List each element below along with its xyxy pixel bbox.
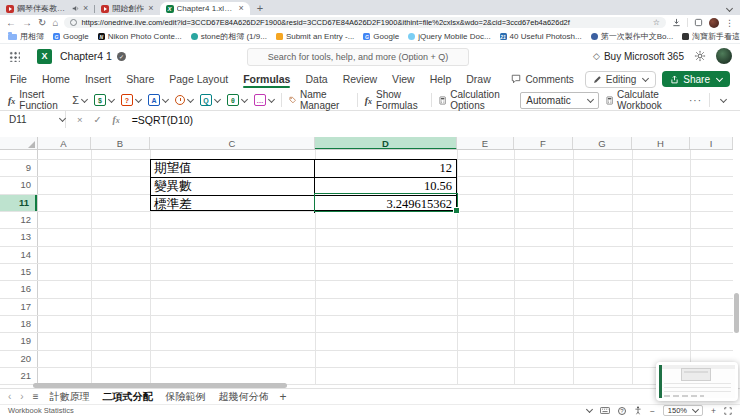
insert-function-fx-icon[interactable]: fx (113, 115, 120, 125)
site-info-icon[interactable] (70, 19, 77, 26)
new-tab-button[interactable]: + (257, 2, 263, 14)
date-time-functions-dropdown[interactable] (175, 95, 193, 105)
excel-logo-icon[interactable]: X (37, 49, 52, 64)
speaker-icon[interactable] (72, 5, 79, 12)
logical-functions-dropdown[interactable]: ? (121, 94, 141, 106)
settings-gear-icon[interactable] (694, 50, 706, 62)
cell-c11[interactable]: 標準差 (151, 196, 315, 213)
ribbon-tab-page-layout[interactable]: Page Layout (169, 69, 228, 89)
spreadsheet-grid[interactable]: A B C D E F G H I 9 10 11 12 13 14 15 16… (0, 128, 740, 388)
bookmark[interactable]: GGoogle (53, 32, 89, 41)
keyboard-shortcuts-icon[interactable] (600, 407, 610, 414)
search-input[interactable]: Search for tools, help, and more (Option… (247, 48, 469, 66)
row-header-19[interactable]: 19 (0, 332, 37, 350)
row-header-13[interactable]: 13 (0, 228, 37, 246)
cell-d9[interactable]: 12 (315, 160, 456, 178)
browser-profile-avatar[interactable] (709, 18, 719, 28)
calculation-options-button[interactable]: Calculation Options (439, 89, 513, 111)
cell-c9[interactable]: 期望值 (151, 160, 315, 178)
close-tab-icon[interactable]: × (239, 4, 244, 13)
row-header-11-selected[interactable]: 11 (0, 194, 37, 211)
row-header-18[interactable]: 18 (0, 315, 37, 332)
buy-microsoft-365-button[interactable]: ◇ Buy Microsoft 365 (593, 51, 684, 62)
ribbon-tab-share[interactable]: Share (126, 69, 154, 89)
home-icon[interactable]: ⌂ (52, 18, 58, 28)
help-icon[interactable]: ? (618, 407, 626, 415)
vertical-scrollbar-thumb[interactable] (734, 293, 739, 333)
document-title[interactable]: Chapter4 1 (60, 50, 112, 62)
cell-d11[interactable]: 3.249615362 (315, 196, 456, 213)
fullscreen-icon[interactable] (724, 407, 732, 415)
lookup-reference-functions-dropdown[interactable]: Q (200, 94, 220, 106)
browser-tab-excel-active[interactable]: X Chapter4 1.xlsx - Microsoft Excel × (160, 2, 250, 15)
confirm-entry-icon[interactable]: ✓ (94, 114, 102, 125)
sheet-tab-1[interactable]: 計數原理 (48, 388, 92, 406)
accessibility-icon[interactable] (634, 406, 642, 415)
close-tab-icon[interactable]: × (148, 4, 153, 13)
autosum-dropdown[interactable]: Σ (72, 94, 87, 106)
ribbon-tab-data[interactable]: Data (305, 69, 327, 89)
workbook-statistics-button[interactable]: Workbook Statistics (8, 406, 74, 415)
account-avatar[interactable] (716, 48, 732, 64)
bookmark-star-icon[interactable]: ☆ (653, 18, 660, 27)
download-icon[interactable] (672, 18, 681, 27)
sheet-tab-4[interactable]: 超幾何分佈 (217, 388, 271, 406)
row-header-21[interactable]: 21 (0, 367, 37, 384)
zoom-in-button[interactable]: + (711, 406, 716, 416)
collapse-ribbon-chevron-icon[interactable] (720, 95, 727, 102)
row-header-9[interactable]: 9 (0, 159, 37, 176)
financial-functions-dropdown[interactable]: $ (94, 94, 114, 106)
zoom-out-button[interactable]: − (650, 406, 655, 416)
bookmark-folder[interactable]: 用相簿 (8, 31, 44, 42)
formula-input[interactable]: =SQRT(D10) (132, 114, 193, 126)
text-functions-dropdown[interactable]: A (148, 94, 168, 106)
share-button[interactable]: Share (662, 71, 730, 87)
ribbon-tab-file[interactable]: File (10, 69, 27, 89)
browser-tab-youtube-video[interactable]: 鋼琴伴奏教法課 最快三天 × (0, 2, 94, 15)
bookmark[interactable]: GGoogle (363, 32, 399, 41)
ribbon-tab-help[interactable]: Help (430, 69, 452, 89)
all-sheets-menu-icon[interactable]: ≡ (33, 391, 39, 402)
calculation-mode-select[interactable]: Automatic (520, 92, 598, 109)
saved-status-icon[interactable]: ✓ (117, 52, 126, 61)
ribbon-overflow-button[interactable]: ··· (689, 95, 702, 106)
back-icon[interactable]: ← (6, 18, 16, 28)
bookmark[interactable]: jQuery Mobile Doc... (408, 32, 490, 41)
reload-icon[interactable]: ↻ (38, 18, 46, 28)
address-bar[interactable]: https://onedrive.live.com/edit?id=3CCD67… (64, 17, 666, 28)
sheet-tab-2-active[interactable]: 二項式分配 (101, 388, 155, 406)
ribbon-tab-insert[interactable]: Insert (85, 69, 111, 89)
status-chevron-icon[interactable] (586, 406, 593, 413)
row-header-14[interactable]: 14 (0, 246, 37, 263)
bookmark[interactable]: Submit an Entry -... (276, 32, 354, 41)
bookmark[interactable]: 2140 Useful Photosh... (500, 32, 582, 41)
row-header-16[interactable]: 16 (0, 280, 37, 298)
app-launcher-icon[interactable] (9, 51, 20, 62)
browser-menu-icon[interactable]: ⋮ (725, 18, 734, 28)
add-sheet-button[interactable]: + (280, 390, 287, 404)
extension-icon[interactable] (694, 18, 703, 27)
row-header-10[interactable]: 10 (0, 176, 37, 194)
forward-icon[interactable]: → (22, 18, 32, 28)
bookmark[interactable]: 淘寶新手看這裡 -... (682, 31, 740, 42)
sheet-tab-3[interactable]: 保險範例 (164, 388, 208, 406)
browser-tab-youtube-studio[interactable]: 開始創作 × (95, 2, 159, 15)
close-tab-icon[interactable]: × (83, 4, 88, 13)
pip-preview-window[interactable] (656, 362, 738, 401)
bookmark[interactable]: stone的相簿 (1/9... (191, 31, 267, 42)
ribbon-tab-home[interactable]: Home (42, 69, 70, 89)
name-manager-button[interactable]: Name Manager (289, 89, 350, 111)
bookmark[interactable]: 第一次製作中文Bo... (591, 31, 673, 42)
ribbon-tab-view[interactable]: View (392, 69, 415, 89)
cell-d10[interactable]: 10.56 (315, 178, 456, 196)
editing-mode-dropdown[interactable]: Editing (585, 71, 657, 88)
next-sheet-icon[interactable]: › (20, 391, 23, 402)
row-header-20[interactable]: 20 (0, 350, 37, 367)
row-header-17[interactable]: 17 (0, 298, 37, 315)
insert-function-button[interactable]: fx Insert Function (8, 89, 65, 111)
ribbon-tab-draw[interactable]: Draw (466, 69, 491, 89)
more-functions-dropdown[interactable]: … (254, 94, 274, 106)
calculate-workbook-button[interactable]: Calculate Workbook (606, 89, 682, 111)
zoom-level-select[interactable]: 150% (663, 405, 703, 416)
math-trig-functions-dropdown[interactable]: θ (227, 94, 247, 106)
